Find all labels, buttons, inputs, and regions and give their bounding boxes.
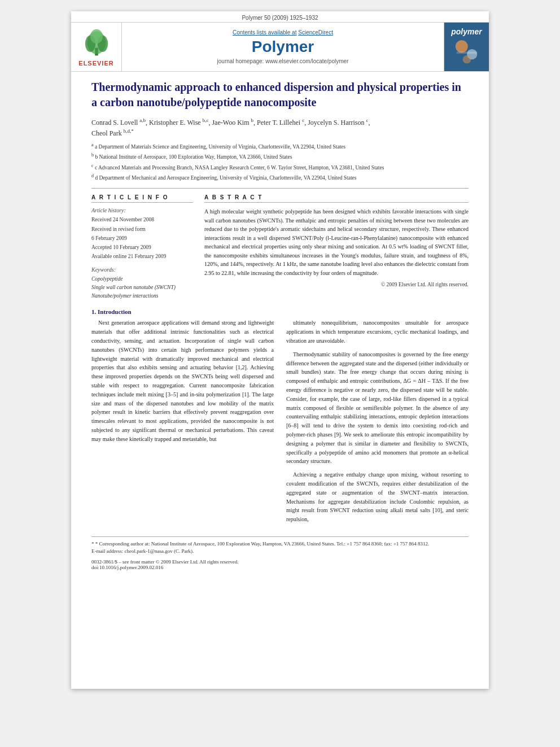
doi-line: doi:10.1016/j.polymer.2009.02.016 bbox=[91, 565, 469, 570]
journal-center: Contents lists available at ScienceDirec… bbox=[122, 23, 444, 71]
svg-rect-9 bbox=[456, 51, 477, 54]
body-col-left: Next generation aerospace applications w… bbox=[91, 318, 274, 528]
elsevier-logo-box: ELSEVIER bbox=[71, 23, 122, 71]
svg-point-6 bbox=[455, 40, 467, 53]
svg-point-8 bbox=[462, 55, 471, 63]
journal-ref-text: Polymer 50 (2009) 1925–1932 bbox=[242, 15, 318, 21]
sciencedirect-text: Contents lists available at ScienceDirec… bbox=[233, 29, 333, 36]
article-history-label: Article history: bbox=[91, 207, 193, 213]
keyword-3: Nanotube/polymer interactions bbox=[91, 292, 193, 300]
corresponding-footnote: * * Corresponding author at: National In… bbox=[91, 540, 469, 548]
journal-title: Polymer bbox=[252, 38, 314, 56]
revised-date: 6 February 2009 bbox=[91, 234, 193, 242]
page: Polymer 50 (2009) 1925–1932 ELSEVIER Con… bbox=[71, 11, 489, 689]
section1-heading: 1. Introduction bbox=[91, 308, 469, 315]
email-footnote: E-mail address: cheol.park-1@nasa.gov (C… bbox=[91, 548, 469, 556]
accepted-date: Accepted 10 February 2009 bbox=[91, 243, 193, 251]
affiliation-c: c c Advanced Materials and Processing Br… bbox=[91, 163, 469, 172]
elsevier-label: ELSEVIER bbox=[78, 60, 113, 67]
body-col-right: ultimately nonequilibrium, nanocomposite… bbox=[286, 318, 469, 528]
body-section: 1. Introduction Next generation aerospac… bbox=[91, 308, 469, 528]
info-abstract-section: A R T I C L E I N F O Article history: R… bbox=[91, 194, 469, 300]
journal-reference: Polymer 50 (2009) 1925–1932 bbox=[71, 11, 489, 22]
body-para-2: ultimately nonequilibrium, nanocomposite… bbox=[286, 318, 469, 345]
affiliations: a a Department of Materials Science and … bbox=[91, 142, 469, 182]
authors-line: Conrad S. Lovell a,b, Kristopher E. Wise… bbox=[91, 117, 469, 138]
revised-label: Received in revised form bbox=[91, 225, 193, 233]
polymer-logo-box: polymer bbox=[444, 23, 489, 71]
body-para-1: Next generation aerospace applications w… bbox=[91, 318, 274, 443]
footnote-area: * * Corresponding author at: National In… bbox=[91, 536, 469, 556]
abstract-panel: A B S T R A C T A high molecular weight … bbox=[204, 194, 469, 300]
abstract-text: A high molecular weight synthetic polype… bbox=[204, 207, 469, 277]
affiliation-b: b b National Institute of Aerospace, 100… bbox=[91, 152, 469, 161]
polymer-logo-icon bbox=[450, 36, 484, 67]
copyright-line: © 2009 Elsevier Ltd. All rights reserved… bbox=[204, 282, 469, 287]
body-columns: Next generation aerospace applications w… bbox=[91, 318, 469, 528]
affiliation-a: a a Department of Materials Science and … bbox=[91, 142, 469, 151]
body-para-4: Achieving a negative enthalpy change upo… bbox=[286, 470, 469, 524]
paper-title: Thermodynamic approach to enhanced dispe… bbox=[91, 80, 469, 110]
keyword-1: Copolypeptide bbox=[91, 275, 193, 283]
journal-url: journal homepage: www.elsevier.com/locat… bbox=[217, 58, 349, 64]
article-info-heading: A R T I C L E I N F O bbox=[91, 194, 193, 203]
body-para-3: Thermodynamic stability of nanocomposite… bbox=[286, 350, 469, 466]
keyword-2: Single wall carbon nanotube (SWCNT) bbox=[91, 283, 193, 291]
polymer-logo-text: polymer bbox=[451, 27, 482, 36]
main-content: Thermodynamic approach to enhanced dispe… bbox=[71, 72, 489, 578]
received-date: Received 24 November 2008 bbox=[91, 216, 193, 224]
section-divider bbox=[91, 188, 469, 189]
journal-header: ELSEVIER Contents lists available at Sci… bbox=[71, 22, 489, 72]
keywords-label: Keywords: bbox=[91, 267, 193, 273]
svg-point-4 bbox=[90, 29, 103, 44]
elsevier-tree-icon bbox=[80, 27, 113, 58]
keywords-section: Keywords: Copolypeptide Single wall carb… bbox=[91, 267, 193, 300]
abstract-heading: A B S T R A C T bbox=[204, 194, 469, 203]
affiliation-d: d d Department of Mechanical and Aerospa… bbox=[91, 173, 469, 182]
footer-codes: 0032-3861/$ – see front matter © 2009 El… bbox=[91, 559, 469, 570]
issn-line: 0032-3861/$ – see front matter © 2009 El… bbox=[91, 559, 469, 565]
online-date: Available online 21 February 2009 bbox=[91, 252, 193, 260]
article-info-panel: A R T I C L E I N F O Article history: R… bbox=[91, 194, 193, 300]
